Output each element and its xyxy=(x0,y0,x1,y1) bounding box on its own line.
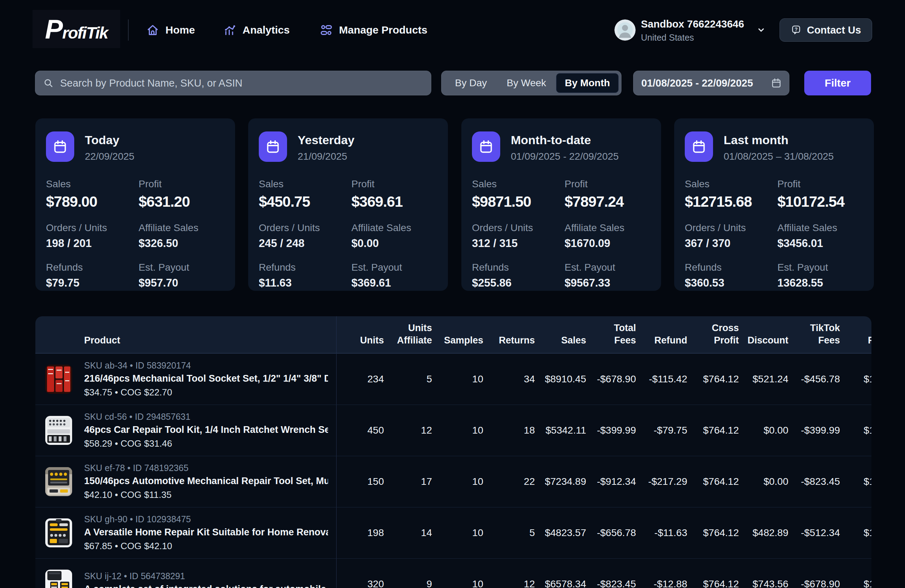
cell-sales: $5342.11 xyxy=(535,425,586,436)
search-input[interactable] xyxy=(59,77,423,89)
cell-samples: 10 xyxy=(432,476,483,487)
cell-units: 320 xyxy=(337,578,384,588)
metric-value: $0.00 xyxy=(351,237,437,250)
cell-total-fees: -$656.78 xyxy=(586,527,636,539)
product-price-cog: $34.75 • COG $22.70 xyxy=(84,387,328,398)
metric-label: Sales xyxy=(46,178,138,190)
column-header-tiktok-fees[interactable]: TikTokFees xyxy=(788,316,840,353)
period-by-week[interactable]: By Week xyxy=(497,78,556,89)
product-image xyxy=(45,518,72,547)
metric-value: $10172.54 xyxy=(777,193,863,210)
cell-cross-profit: $764.12 xyxy=(687,476,739,487)
table-row[interactable]: SKU gh-90 • ID 102938475 A Versatile Hom… xyxy=(35,507,872,558)
avatar[interactable] xyxy=(614,19,636,41)
column-header-product[interactable]: Product xyxy=(35,316,337,353)
metric-value: $631.20 xyxy=(138,193,224,210)
contact-us-button[interactable]: ? Contact Us xyxy=(780,18,872,42)
product-sku: SKU ef-78 • ID 748192365 xyxy=(84,463,328,473)
cell-units-affiliate: 5 xyxy=(384,374,432,385)
column-header-discount[interactable]: Discount xyxy=(739,316,788,353)
product-price-cog: $42.10 • COG $11.35 xyxy=(84,490,328,500)
metric-value: 245 / 248 xyxy=(259,237,351,250)
cell-cross-profit: $764.12 xyxy=(687,578,739,588)
cell-returns: 5 xyxy=(483,527,535,539)
cell-units: 234 xyxy=(337,374,384,385)
column-header-returns[interactable]: Returns xyxy=(483,316,535,353)
product-name: 46pcs Car Repair Tool Kit, 1/4 Inch Ratc… xyxy=(84,425,328,435)
product-price-cog: $67.85 • COG $42.10 xyxy=(84,540,328,552)
column-header-units-affiliate[interactable]: UnitsAffiliate xyxy=(384,316,432,353)
column-header-sales[interactable]: Sales xyxy=(535,316,586,353)
product-name: 150/46pcs Automotive Mechanical Repair T… xyxy=(84,475,328,487)
cell-total-fees: -$912.34 xyxy=(586,476,636,487)
metric-value: $3456.01 xyxy=(777,237,863,250)
metric-value: $957.70 xyxy=(138,277,224,289)
product-sku: SKU ij-12 • ID 564738291 xyxy=(84,571,328,581)
nav-item-home[interactable]: Home xyxy=(146,0,195,60)
metric-label: Orders / Units xyxy=(46,222,138,234)
calendar-icon xyxy=(685,132,713,162)
nav-item-analytics[interactable]: Analytics xyxy=(223,0,289,60)
table-row[interactable]: SKU cd-56 • ID 294857631 46pcs Car Repai… xyxy=(35,404,872,456)
filter-button[interactable]: Filter xyxy=(804,71,871,95)
cell-clipped: $1 xyxy=(864,374,872,385)
metric-value: $789.00 xyxy=(46,193,138,210)
metric-value: $450.75 xyxy=(259,193,351,210)
card-title: Last month xyxy=(724,133,834,147)
metric-label: Orders / Units xyxy=(685,222,777,234)
nav-divider xyxy=(128,19,129,41)
table-row[interactable]: SKU ab-34 • ID 583920174 216/46pcs Mecha… xyxy=(35,353,872,404)
cell-discount: $521.24 xyxy=(739,374,788,385)
metric-label: Affiliate Sales xyxy=(138,222,224,234)
card-title: Today xyxy=(85,133,134,147)
cell-discount: $0.00 xyxy=(739,476,788,487)
table-row[interactable]: SKU ef-78 • ID 748192365 150/46pcs Autom… xyxy=(35,456,872,507)
column-header-samples[interactable]: Samples xyxy=(432,316,483,353)
column-header-total-fees[interactable]: TotalFees xyxy=(586,316,636,353)
cell-units-affiliate: 12 xyxy=(384,425,432,436)
cell-returns: 34 xyxy=(483,374,535,385)
manage-products-icon xyxy=(319,23,333,37)
metric-value: 367 / 370 xyxy=(685,237,777,250)
search-icon xyxy=(43,78,54,88)
cell-samples: 10 xyxy=(432,425,483,436)
product-price-cog: $58.29 • COG $31.46 xyxy=(84,438,328,449)
product-sku: SKU cd-56 • ID 294857631 xyxy=(84,412,328,422)
account-name[interactable]: Sandbox 7662243646 xyxy=(641,18,744,30)
column-header-cross-profit[interactable]: CrossProfit xyxy=(687,316,739,353)
cell-cross-profit: $764.12 xyxy=(687,425,739,436)
column-header-units[interactable]: Units xyxy=(337,316,384,353)
metric-label: Profit xyxy=(351,178,437,190)
cell-cross-profit: $764.12 xyxy=(687,374,739,385)
product-image xyxy=(45,467,72,496)
nav-item-manage-products[interactable]: Manage Products xyxy=(319,0,427,60)
metric-label: Profit xyxy=(138,178,224,190)
brand-logo[interactable]: ProfiTik xyxy=(33,10,120,48)
table-row[interactable]: SKU ij-12 • ID 564738291 A complete set … xyxy=(35,558,872,588)
metric-label: Est. Payout xyxy=(565,262,651,273)
cell-clipped: $1 xyxy=(864,425,872,436)
cell-units-affiliate: 14 xyxy=(384,527,432,539)
cell-units-affiliate: 17 xyxy=(384,476,432,487)
metric-value: $9567.33 xyxy=(565,277,651,289)
column-header-refund[interactable]: Refund xyxy=(636,316,687,353)
chevron-down-icon[interactable] xyxy=(756,25,767,35)
stat-card-today: Today 22/09/2025 Sales$789.00 Profit$631… xyxy=(35,118,235,291)
metric-value: $79.75 xyxy=(46,277,138,289)
date-range-picker[interactable]: 01/08/2025 - 22/09/2025 xyxy=(633,71,789,95)
metric-label: Est. Payout xyxy=(138,262,224,273)
metric-label: Affiliate Sales xyxy=(777,222,863,234)
metric-value: $11.63 xyxy=(259,277,351,289)
cell-total-fees: -$399.99 xyxy=(586,425,636,436)
column-header-clipped: P xyxy=(864,316,872,353)
stat-card-yesterday: Yesterday 21/09/2025 Sales$450.75 Profit… xyxy=(248,118,448,291)
metric-label: Orders / Units xyxy=(259,222,351,234)
cell-sales: $7234.89 xyxy=(535,476,586,487)
brand-name: ProfiTik xyxy=(45,14,108,44)
search-box[interactable] xyxy=(35,71,431,95)
cell-discount: $743.56 xyxy=(739,578,788,588)
cell-total-fees: -$678.90 xyxy=(586,374,636,385)
period-by-day[interactable]: By Day xyxy=(445,78,497,89)
period-by-month[interactable]: By Month xyxy=(556,73,619,93)
card-date: 01/09/2025 - 22/09/2025 xyxy=(511,151,619,162)
